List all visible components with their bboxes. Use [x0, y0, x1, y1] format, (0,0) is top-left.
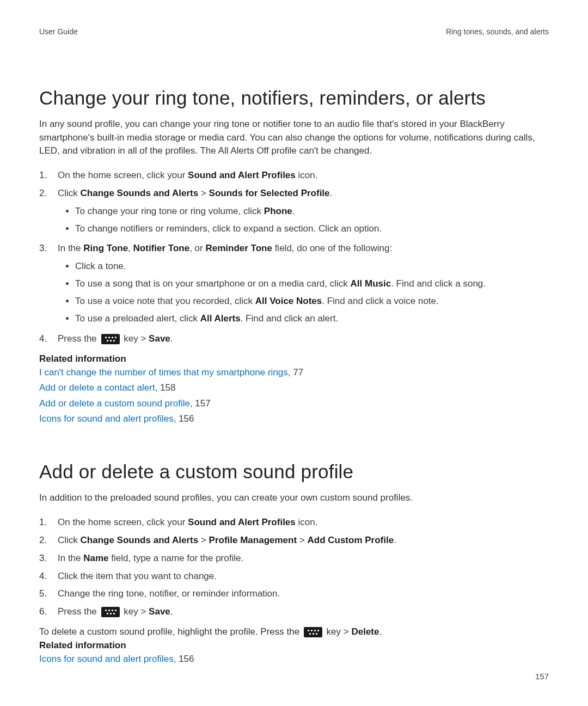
step-text: In the Name field, type a name for the p… [58, 551, 549, 567]
step-number: 3. [39, 551, 58, 567]
related-link-row: Add or delete a custom sound profile, 15… [39, 397, 549, 411]
page-header: User Guide Ring tones, sounds, and alert… [39, 27, 549, 36]
header-right: Ring tones, sounds, and alerts [446, 27, 549, 36]
list-item: To change your ring tone or ring volume,… [75, 204, 549, 220]
list-item: To use a preloaded alert, click All Aler… [75, 311, 549, 327]
menu-key-icon [101, 334, 120, 344]
related-link[interactable]: I can't change the number of times that … [39, 367, 293, 378]
step-text: On the home screen, click your Sound and… [58, 515, 549, 531]
s1-step2: 2. Click Change Sounds and Alerts > Soun… [39, 186, 549, 239]
step-number: 2. [39, 186, 58, 239]
related-link-row: Add or delete a contact alert, 158 [39, 381, 549, 395]
list-item: To change notifiers or reminders, click … [75, 221, 549, 237]
related-page: 157 [195, 398, 210, 409]
related-link[interactable]: Add or delete a custom sound profile, [39, 398, 195, 409]
step-text: Click the item that you want to change. [58, 569, 549, 585]
related-link[interactable]: Icons for sound and alert profiles, [39, 654, 179, 664]
step-number: 1. [39, 168, 58, 184]
related-page: 158 [160, 382, 175, 393]
step-number: 2. [39, 533, 58, 549]
related-link[interactable]: Add or delete a contact alert, [39, 382, 160, 393]
section2-intro: In addition to the preloaded sound profi… [39, 491, 549, 505]
step-number: 5. [39, 586, 58, 602]
s1-step1: 1. On the home screen, click your Sound … [39, 168, 549, 184]
section1-intro: In any sound profile, you can change you… [39, 118, 549, 158]
step-text: Press the key > Save. [58, 604, 549, 620]
s1-step3: 3. In the Ring Tone, Notifier Tone, or R… [39, 241, 549, 328]
s2-step6: 6. Press the key > Save. [39, 604, 549, 620]
step-text: Click Change Sounds and Alerts > Profile… [58, 533, 549, 549]
s2-step3: 3. In the Name field, type a name for th… [39, 551, 549, 567]
related-link-row: Icons for sound and alert profiles, 156 [39, 412, 549, 426]
s2-step2: 2. Click Change Sounds and Alerts > Prof… [39, 533, 549, 549]
step-number: 6. [39, 604, 58, 620]
s2-step5: 5. Change the ring tone, notifier, or re… [39, 586, 549, 602]
related-page: 77 [293, 367, 303, 378]
step-text: Click Change Sounds and Alerts > Sounds … [58, 186, 549, 239]
related-information-heading: Related information [39, 354, 549, 364]
step-text: Change the ring tone, notifier, or remin… [58, 586, 549, 602]
s2-step1: 1. On the home screen, click your Sound … [39, 515, 549, 531]
step-text: On the home screen, click your Sound and… [58, 168, 549, 184]
menu-key-icon [304, 627, 322, 637]
related-page: 156 [179, 413, 194, 424]
related-link-row: Icons for sound and alert profiles, 156 [39, 652, 549, 666]
list-item: To use a song that is on your smartphone… [75, 276, 549, 292]
header-left: User Guide [39, 27, 78, 36]
list-item: To use a voice note that you recorded, c… [75, 294, 549, 309]
section1-steps: 1. On the home screen, click your Sound … [39, 168, 549, 347]
step-number: 4. [39, 331, 58, 347]
section2-steps: 1. On the home screen, click your Sound … [39, 515, 549, 620]
step-text: In the Ring Tone, Notifier Tone, or Remi… [58, 241, 549, 328]
related-link[interactable]: Icons for sound and alert profiles, [39, 413, 179, 424]
list-item: Click a tone. [75, 259, 549, 275]
section1-title: Change your ring tone, notifiers, remind… [39, 87, 549, 109]
menu-key-icon [101, 607, 120, 617]
page-number: 157 [535, 672, 549, 681]
step-text: Press the key > Save. [58, 331, 549, 347]
section2-title: Add or delete a custom sound profile [39, 461, 549, 483]
section2-delete-note: To delete a custom sound profile, highli… [39, 625, 549, 639]
s1-step3-sub: Click a tone. To use a song that is on y… [58, 259, 549, 327]
s2-step4: 4. Click the item that you want to chang… [39, 569, 549, 585]
step-number: 4. [39, 569, 58, 585]
step-number: 1. [39, 515, 58, 531]
s1-step2-sub: To change your ring tone or ring volume,… [58, 204, 549, 237]
step-number: 3. [39, 241, 58, 328]
related-link-row: I can't change the number of times that … [39, 366, 549, 380]
s1-step4: 4. Press the key > Save. [39, 331, 549, 347]
page: User Guide Ring tones, sounds, and alert… [0, 0, 588, 706]
related-information-heading: Related information [39, 640, 549, 651]
related-page: 156 [179, 654, 194, 664]
